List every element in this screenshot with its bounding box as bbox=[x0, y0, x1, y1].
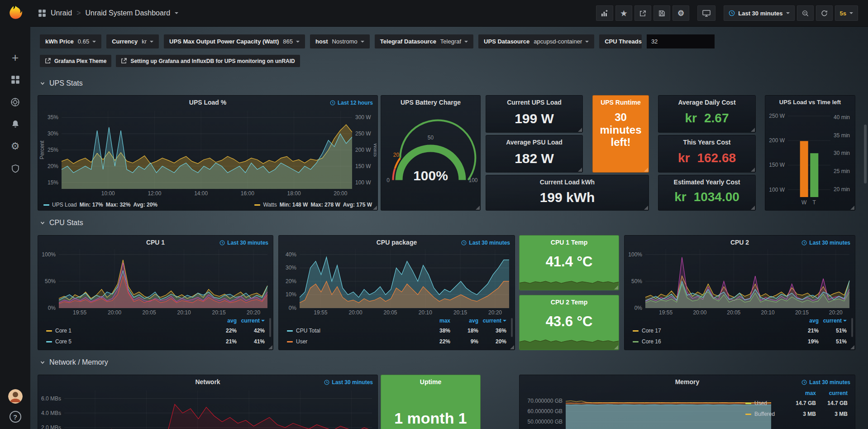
help-icon[interactable]: ? bbox=[10, 411, 21, 423]
star-button[interactable]: ★ bbox=[615, 5, 632, 21]
breadcrumb-root[interactable]: Unraid bbox=[51, 9, 72, 17]
legend-item[interactable]: Core 5 21% 41% bbox=[41, 336, 270, 347]
cpu1-chart[interactable]: 0%50%100%19:5520:0020:0520:1020:1520:20 bbox=[39, 247, 272, 316]
panel-resize-handle[interactable] bbox=[578, 128, 582, 132]
legend-col-header[interactable]: current bbox=[237, 318, 265, 324]
panel-resize-handle[interactable] bbox=[578, 168, 582, 172]
panel-resize-handle[interactable] bbox=[751, 206, 755, 210]
panel-resize-handle[interactable] bbox=[614, 285, 618, 289]
legend-item[interactable]: CPU Total 38% 18% 36% bbox=[281, 325, 512, 336]
legend-item[interactable]: Buffered 3 MB 3 MB bbox=[744, 409, 849, 419]
panel-title[interactable]: Estimated Yearly Cost bbox=[658, 178, 755, 186]
panel-title[interactable]: Uptime bbox=[381, 378, 480, 386]
panel-title[interactable]: CPU 2 Temp bbox=[520, 299, 619, 306]
ups-load-vs-time-chart[interactable]: 100 W150 W200 W250 W20 min25 min30 min35… bbox=[766, 107, 854, 208]
cycle-view-monitor-button[interactable] bbox=[697, 5, 715, 21]
page-scrollbar[interactable] bbox=[864, 125, 867, 183]
panel-title[interactable]: Average Daily Cost bbox=[658, 99, 755, 106]
panel-resize-handle[interactable] bbox=[751, 168, 755, 172]
svg-text:20: 20 bbox=[393, 152, 400, 158]
dashboards-icon[interactable] bbox=[9, 73, 22, 86]
panel-title[interactable]: UPS Battery Charge bbox=[381, 99, 480, 106]
panel-time-override[interactable]: Last 30 minutes bbox=[801, 240, 850, 246]
apps-grid-icon[interactable] bbox=[38, 9, 46, 17]
variable-currency[interactable]: Currency kr bbox=[106, 34, 159, 48]
legend-item[interactable]: Core 17 21% 51% bbox=[627, 325, 852, 336]
legend-item[interactable]: Core 16 19% 51% bbox=[627, 336, 852, 347]
panel-resize-handle[interactable] bbox=[644, 206, 648, 210]
svg-text:25%: 25% bbox=[48, 147, 58, 153]
legend-col-header[interactable]: current bbox=[816, 390, 848, 396]
panel-title[interactable]: Current UPS Load bbox=[486, 99, 582, 106]
panel-time-override[interactable]: Last 30 minutes bbox=[461, 240, 510, 246]
legend-col-header[interactable]: avg bbox=[209, 318, 237, 324]
explore-compass-icon[interactable] bbox=[9, 96, 22, 108]
panel-resize-handle[interactable] bbox=[850, 206, 854, 210]
legend-col-header[interactable]: max bbox=[422, 318, 450, 324]
panel-title[interactable]: This Years Cost bbox=[658, 139, 755, 146]
panel-resize-handle[interactable] bbox=[476, 206, 480, 210]
dashboard-title[interactable]: Unraid System Dashboard bbox=[85, 9, 170, 17]
legend-item[interactable]: Used 14.7 GB 14.7 GB bbox=[744, 398, 849, 409]
dashboard-links-row: Grafana Plex Theme Setting up Grafana an… bbox=[40, 55, 300, 67]
variable-telegraf-datasource[interactable]: Telegraf Datasource Telegraf bbox=[375, 34, 473, 48]
legend-item[interactable]: Watts Min: 148 W Max: 278 W Avg: 175 W bbox=[254, 202, 372, 208]
panel-time-override[interactable]: Last 30 minutes bbox=[324, 379, 373, 386]
share-button[interactable] bbox=[634, 5, 651, 21]
panel-title[interactable]: CPU 1 Temp bbox=[520, 239, 619, 246]
add-panel-button[interactable] bbox=[596, 5, 613, 21]
legend-col-header[interactable]: current bbox=[478, 318, 506, 324]
user-avatar[interactable] bbox=[8, 389, 23, 404]
panel-time-override[interactable]: Last 30 minutes bbox=[801, 379, 850, 386]
variable-ups-datasource[interactable]: UPS Datasource apcupsd-container bbox=[478, 34, 594, 48]
panel-title[interactable]: Current Load kWh bbox=[486, 178, 649, 186]
configuration-gear-icon[interactable]: ⚙ bbox=[9, 140, 22, 153]
panel-title[interactable]: UPS Load vs Time left bbox=[765, 99, 855, 106]
link-ups-monitoring-guide[interactable]: Setting up Grafana and InfluxDB for UPS … bbox=[116, 55, 300, 67]
alerting-bell-icon[interactable] bbox=[9, 118, 22, 130]
panel-title[interactable]: Average PSU Load bbox=[486, 139, 582, 146]
cpu-threads-input[interactable] bbox=[647, 34, 715, 48]
legend-item[interactable]: UPS Load Min: 17% Max: 32% Avg: 20% bbox=[43, 202, 157, 208]
memory-chart[interactable]: 50.000000 GB60.000000 GB70.000000 GB bbox=[520, 388, 774, 429]
server-admin-shield-icon[interactable] bbox=[9, 162, 22, 175]
row-header-ups-stats[interactable]: UPS Stats bbox=[40, 79, 83, 87]
panel-resize-handle[interactable] bbox=[614, 345, 618, 349]
zoom-out-button[interactable] bbox=[797, 5, 814, 21]
panel-title[interactable]: UPS Runtime bbox=[593, 99, 649, 106]
ups-load-chart[interactable]: 15%20%25%30%35%100 W150 W200 W250 W300 W… bbox=[39, 107, 377, 198]
panel-resize-handle[interactable] bbox=[644, 168, 648, 172]
cpu-package-chart[interactable]: 0%10%20%30%40%19:5520:0020:0520:1020:152… bbox=[280, 247, 514, 316]
save-button[interactable] bbox=[653, 5, 670, 21]
refresh-interval-picker[interactable]: 5s bbox=[835, 5, 858, 21]
row-header-cpu-stats[interactable]: CPU Stats bbox=[40, 219, 83, 227]
legend-item[interactable]: User 22% 9% 20% bbox=[281, 336, 512, 347]
variable-kwh-price[interactable]: kWh Price 0.65 bbox=[40, 34, 101, 48]
network-chart[interactable]: 2.0 MBs4.0 MBs6.0 MBs19:5520:0020:0520:1… bbox=[39, 388, 377, 429]
create-plus-icon[interactable]: + bbox=[9, 51, 22, 64]
variable-host[interactable]: host Nostromo bbox=[310, 34, 370, 48]
panel-time-override[interactable]: Last 12 hours bbox=[330, 100, 373, 106]
row-header-network-memory[interactable]: Network / Memory bbox=[40, 358, 108, 366]
legend-col-header[interactable]: current bbox=[819, 318, 847, 324]
panel-resize-handle[interactable] bbox=[510, 345, 514, 349]
legend-col-header[interactable]: max bbox=[784, 390, 816, 396]
legend-item[interactable]: Core 1 22% 42% bbox=[41, 325, 270, 336]
title-caret-icon[interactable] bbox=[175, 12, 178, 14]
variable-ups-max-output[interactable]: UPS Max Output Power Capacity (Watt) 865 bbox=[164, 34, 305, 48]
panel-title[interactable]: UPS Load % bbox=[38, 99, 377, 106]
time-range-picker[interactable]: Last 30 minutes bbox=[724, 5, 794, 21]
panel-resize-handle[interactable] bbox=[373, 206, 377, 210]
panel-time-override[interactable]: Last 30 minutes bbox=[219, 240, 268, 246]
link-grafana-plex-theme[interactable]: Grafana Plex Theme bbox=[40, 55, 111, 67]
panel-resize-handle[interactable] bbox=[268, 345, 272, 349]
grafana-logo[interactable] bbox=[6, 4, 24, 22]
refresh-button[interactable] bbox=[816, 5, 833, 21]
panel-resize-handle[interactable] bbox=[850, 345, 854, 349]
battery-gauge[interactable]: 02050100 bbox=[383, 107, 478, 208]
legend-col-header[interactable]: avg bbox=[791, 318, 819, 324]
legend-col-header[interactable]: avg bbox=[450, 318, 478, 324]
cpu2-chart[interactable]: 0%50%100%19:5520:0020:0520:1020:1520:20 bbox=[625, 247, 854, 316]
panel-resize-handle[interactable] bbox=[751, 128, 755, 132]
dashboard-settings-button[interactable]: ⚙ bbox=[672, 5, 689, 21]
